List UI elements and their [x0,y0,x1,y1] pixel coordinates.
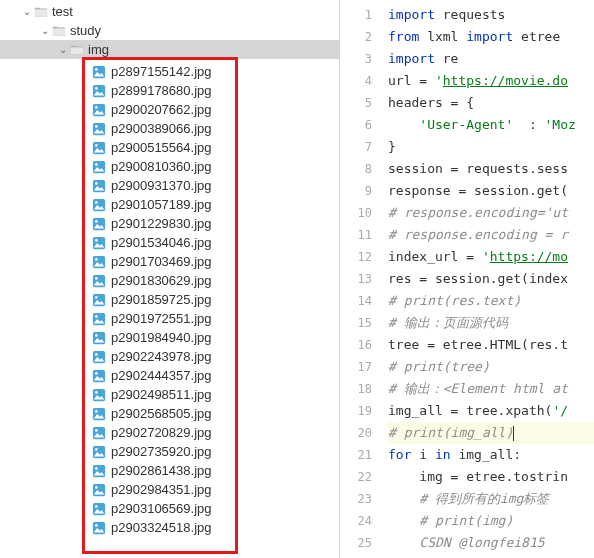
code-line[interactable]: # print(img_all) [388,422,594,444]
code-line[interactable]: import re [388,48,594,70]
line-number: 19 [340,400,372,422]
code-line[interactable]: CSDN @longfei815 [388,532,594,554]
folder-icon [34,5,48,19]
code-line[interactable]: # print(res.text) [388,290,594,312]
code-line[interactable]: img_all = tree.xpath('/ [388,400,594,422]
file-item[interactable]: p2903106569.jpg [84,499,339,518]
folder-test[interactable]: ⌄test [0,2,339,21]
line-number: 16 [340,334,372,356]
image-icon [92,312,106,326]
code-line[interactable]: headers = { [388,92,594,114]
folder-img[interactable]: ⌄img [0,40,339,59]
code-line[interactable]: # 输出：<Element html at [388,378,594,400]
line-number: 25 [340,532,372,554]
file-item[interactable]: p2900515564.jpg [84,138,339,157]
file-item[interactable]: p2902735920.jpg [84,442,339,461]
file-item[interactable]: p2897155142.jpg [84,62,339,81]
line-number: 2 [340,26,372,48]
code-line[interactable]: } [388,136,594,158]
code-line[interactable]: # 得到所有的img标签 [388,488,594,510]
file-name: p2902243978.jpg [111,349,212,364]
line-number: 20 [340,422,372,444]
line-number: 7 [340,136,372,158]
code-line[interactable]: import requests [388,4,594,26]
code-line[interactable]: img = etree.tostrin [388,466,594,488]
image-icon [92,255,106,269]
image-icon [92,179,106,193]
code-line[interactable]: # response.encoding = r [388,224,594,246]
code-area[interactable]: import requestsfrom lxml import etreeimp… [380,0,594,558]
chevron-down-icon[interactable]: ⌄ [22,6,32,17]
file-item[interactable]: p2900931370.jpg [84,176,339,195]
file-item[interactable]: p2901972551.jpg [84,309,339,328]
code-line[interactable]: 'User-Agent' : 'Moz [388,114,594,136]
image-icon [92,65,106,79]
file-item[interactable]: p2903324518.jpg [84,518,339,537]
svg-point-13 [95,182,98,185]
file-item[interactable]: p2901984940.jpg [84,328,339,347]
code-line[interactable]: res = session.get(index [388,268,594,290]
file-item[interactable]: p2901859725.jpg [84,290,339,309]
file-item[interactable]: p2902498511.jpg [84,385,339,404]
file-item[interactable]: p2900207662.jpg [84,100,339,119]
file-item[interactable]: p2901703469.jpg [84,252,339,271]
line-number: 14 [340,290,372,312]
svg-point-15 [95,201,98,204]
svg-point-27 [95,315,98,318]
file-list: p2897155142.jpgp2899178680.jpgp290020766… [84,62,339,537]
code-line[interactable]: response = session.get( [388,180,594,202]
line-number: 5 [340,92,372,114]
code-line[interactable]: from lxml import etree [388,26,594,48]
file-name: p2901229830.jpg [111,216,212,231]
file-item[interactable]: p2902444357.jpg [84,366,339,385]
file-name: p2902498511.jpg [111,387,212,402]
chevron-down-icon[interactable]: ⌄ [40,25,50,36]
image-icon [92,445,106,459]
line-number: 12 [340,246,372,268]
file-item[interactable]: p2902568505.jpg [84,404,339,423]
image-icon [92,274,106,288]
folder-label: test [52,4,73,19]
image-icon [92,84,106,98]
image-icon [92,483,106,497]
svg-point-23 [95,277,98,280]
file-item[interactable]: p2900810360.jpg [84,157,339,176]
file-name: p2900207662.jpg [111,102,212,117]
file-item[interactable]: p2902243978.jpg [84,347,339,366]
code-line[interactable]: # 输出：页面源代码 [388,312,594,334]
file-item[interactable]: p2899178680.jpg [84,81,339,100]
svg-point-29 [95,334,98,337]
code-line[interactable]: for i in img_all: [388,444,594,466]
file-item[interactable]: p2901534046.jpg [84,233,339,252]
folder-label: img [88,42,109,57]
image-icon [92,122,106,136]
file-item[interactable]: p2901830629.jpg [84,271,339,290]
chevron-down-icon[interactable]: ⌄ [58,44,68,55]
svg-point-43 [95,467,98,470]
image-icon [92,236,106,250]
svg-point-7 [95,125,98,128]
svg-point-17 [95,220,98,223]
code-line[interactable]: # response.encoding='ut [388,202,594,224]
code-line[interactable]: url = 'https://movie.do [388,70,594,92]
file-item[interactable]: p2900389066.jpg [84,119,339,138]
folder-study[interactable]: ⌄study [0,21,339,40]
file-item[interactable]: p2902984351.jpg [84,480,339,499]
svg-point-11 [95,163,98,166]
file-item[interactable]: p2901229830.jpg [84,214,339,233]
image-icon [92,198,106,212]
image-icon [92,464,106,478]
line-number: 3 [340,48,372,70]
code-line[interactable]: # print(tree) [388,356,594,378]
file-item[interactable]: p2902720829.jpg [84,423,339,442]
file-name: p2901984940.jpg [111,330,212,345]
code-line[interactable]: # print(img) [388,510,594,532]
code-line[interactable]: tree = etree.HTML(res.t [388,334,594,356]
line-number: 24 [340,510,372,532]
file-item[interactable]: p2901057189.jpg [84,195,339,214]
file-item[interactable]: p2902861438.jpg [84,461,339,480]
image-icon [92,217,106,231]
code-line[interactable]: session = requests.sess [388,158,594,180]
code-line[interactable]: index_url = 'https://mo [388,246,594,268]
svg-point-39 [95,429,98,432]
